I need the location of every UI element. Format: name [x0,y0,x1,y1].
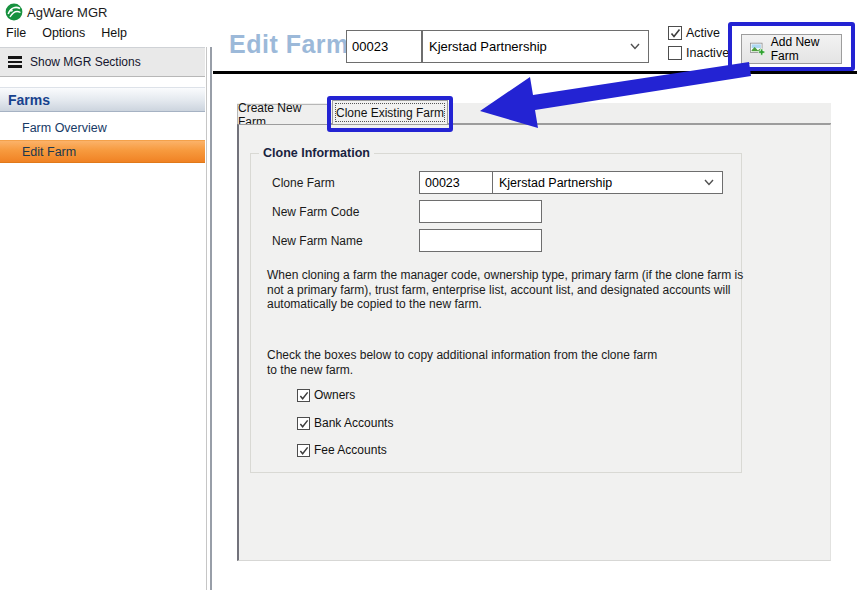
farm-code-field[interactable] [346,30,422,63]
chevron-down-icon [704,179,714,186]
fee-accounts-checkbox[interactable] [297,444,310,457]
check-icon [299,419,309,429]
sidebar-item-label: Farm Overview [22,121,107,135]
tab-clone-existing-farm[interactable]: Clone Existing Farm [332,100,448,124]
menu-bar: File Options Help [0,25,143,43]
header-divider [213,71,857,74]
add-farm-icon [750,41,765,57]
tab-create-new-farm[interactable]: Create New Farm [237,104,331,124]
new-farm-name-field[interactable] [419,229,542,252]
menu-options[interactable]: Options [42,25,95,43]
bank-accounts-label: Bank Accounts [314,416,393,430]
tab-focus-rect [335,103,445,122]
show-mgr-sections-label: Show MGR Sections [30,55,141,69]
page-title: Edit Farm [229,30,349,59]
new-farm-code-label: New Farm Code [272,205,359,219]
sidebar-splitter[interactable] [210,47,212,590]
farm-name-value: Kjerstad Partnership [423,39,630,54]
sidebar-item-label: Edit Farm [22,145,76,159]
inactive-label: Inactive [686,46,729,60]
inactive-checkbox[interactable] [668,46,682,60]
active-checkbox-row[interactable]: Active [668,26,720,40]
active-label: Active [686,26,720,40]
check-icon [670,28,681,39]
farm-name-dropdown[interactable]: Kjerstad Partnership [422,30,649,63]
new-farm-name-label: New Farm Name [272,234,363,248]
clone-farm-label: Clone Farm [272,176,335,190]
owners-checkbox-row[interactable]: Owners [297,388,355,402]
clone-info-text: When cloning a farm the manager code, ow… [267,268,749,312]
sidebar-item-edit-farm[interactable]: Edit Farm [0,140,205,163]
new-farm-code-field[interactable] [419,200,542,223]
show-mgr-sections-button[interactable]: Show MGR Sections [0,47,205,77]
check-icon [299,391,309,401]
add-new-farm-button[interactable]: Add New Farm [741,34,842,64]
app-logo-icon [5,3,23,21]
bank-accounts-checkbox-row[interactable]: Bank Accounts [297,416,393,430]
clone-farm-name-dropdown[interactable]: Kjerstad Partnership [492,171,723,194]
owners-label: Owners [314,388,355,402]
clone-farm-name-value: Kjerstad Partnership [493,176,704,190]
hamburger-icon [8,56,22,68]
clone-farm-code-field[interactable] [419,171,493,194]
check-instruction-text: Check the boxes below to copy additional… [267,348,749,377]
owners-checkbox[interactable] [297,389,310,402]
bank-accounts-checkbox[interactable] [297,417,310,430]
menu-help[interactable]: Help [101,25,137,43]
active-checkbox[interactable] [668,26,682,40]
clone-information-title: Clone Information [259,146,374,160]
farms-header-label: Farms [8,92,50,108]
chevron-down-icon [630,43,640,50]
sidebar-section-farms: Farms [0,87,205,112]
sidebar-item-farm-overview[interactable]: Farm Overview [0,117,205,139]
inactive-checkbox-row[interactable]: Inactive [668,46,729,60]
window-title: AgWare MGR [27,5,107,20]
menu-file[interactable]: File [6,25,36,43]
check-icon [299,446,309,456]
sidebar-divider [206,47,207,590]
fee-accounts-label: Fee Accounts [314,443,387,457]
fee-accounts-checkbox-row[interactable]: Fee Accounts [297,443,387,457]
add-new-farm-label: Add New Farm [771,35,833,63]
